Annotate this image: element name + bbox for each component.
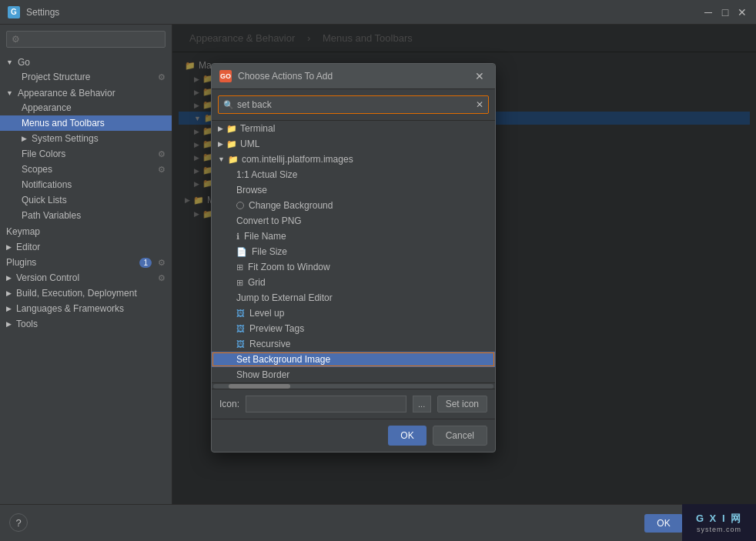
modal-cancel-button[interactable]: Cancel bbox=[433, 426, 487, 446]
sidebar: ▼ Go Project Structure ⚙ ▼ Appearance & … bbox=[0, 25, 172, 504]
terminal-group[interactable]: ▶ 📁 Terminal bbox=[212, 121, 495, 136]
uml-group[interactable]: ▶ 📁 UML bbox=[212, 136, 495, 152]
sidebar-item-version-control-label: Version Control bbox=[16, 272, 79, 283]
sidebar-item-scopes[interactable]: Scopes ⚙ bbox=[0, 162, 172, 177]
sidebar-item-languages-frameworks[interactable]: ▶ Languages & Frameworks bbox=[0, 300, 172, 316]
icon-path-input[interactable] bbox=[246, 396, 406, 412]
platform-images-group[interactable]: ▼ 📁 com.intellij.platform.images bbox=[212, 152, 495, 167]
actual-size-item[interactable]: 1:1 Actual Size bbox=[212, 167, 495, 182]
sidebar-item-languages-frameworks-label: Languages & Frameworks bbox=[16, 303, 124, 314]
sidebar-item-editor[interactable]: ▶ Editor bbox=[0, 239, 172, 254]
grid-label: Grid bbox=[248, 277, 266, 288]
file-colors-icon: ⚙ bbox=[158, 149, 166, 159]
plugins-badge: 1 bbox=[139, 258, 152, 268]
sidebar-item-appearance-behavior-label: Appearance & Behavior bbox=[18, 88, 115, 99]
sidebar-item-path-variables[interactable]: Path Variables bbox=[0, 208, 172, 223]
level-up-item[interactable]: 🖼 Level up bbox=[212, 306, 495, 321]
modal-icon-row: Icon: ... Set icon bbox=[212, 389, 495, 419]
sidebar-item-appearance[interactable]: Appearance bbox=[0, 100, 172, 115]
sidebar-item-quick-lists-label: Quick Lists bbox=[22, 195, 67, 205]
content-area: Appearance & Behavior › Menus and Toolba… bbox=[172, 25, 756, 504]
level-up-icon: 🖼 bbox=[236, 309, 245, 318]
main-layout: ▼ Go Project Structure ⚙ ▼ Appearance & … bbox=[0, 25, 756, 504]
help-button[interactable]: ? bbox=[9, 513, 28, 532]
title-bar: G Settings ─ □ ✕ bbox=[0, 0, 756, 25]
modal-search-input[interactable] bbox=[237, 98, 476, 112]
modal-ok-button[interactable]: OK bbox=[388, 426, 426, 446]
modal-title-text: Choose Actions To Add bbox=[238, 71, 472, 82]
show-border-item[interactable]: Show Border bbox=[212, 367, 495, 382]
jump-external-item[interactable]: Jump to External Editor bbox=[212, 290, 495, 306]
sidebar-item-keymap[interactable]: Keymap bbox=[0, 223, 172, 239]
preview-tags-label: Preview Tags bbox=[249, 323, 304, 334]
change-background-item[interactable]: Change Background bbox=[212, 198, 495, 213]
change-background-label: Change Background bbox=[249, 200, 333, 211]
icon-browse-button[interactable]: ... bbox=[413, 396, 431, 412]
browse-item[interactable]: Browse bbox=[212, 182, 495, 198]
watermark-text: G X I 网 bbox=[696, 512, 742, 526]
sidebar-item-plugins[interactable]: Plugins 1 ⚙ bbox=[0, 254, 172, 269]
ok-button[interactable]: OK bbox=[644, 514, 682, 533]
search-icon: 🔍 bbox=[223, 100, 234, 110]
window-controls: ─ □ ✕ bbox=[702, 6, 748, 18]
sidebar-item-menus-toolbars[interactable]: Menus and Toolbars bbox=[0, 115, 172, 131]
modal-scrollbar[interactable] bbox=[212, 382, 495, 389]
sidebar-item-build-execution-label: Build, Execution, Deployment bbox=[16, 288, 137, 299]
sidebar-item-notifications[interactable]: Notifications bbox=[0, 177, 172, 192]
level-up-label: Level up bbox=[249, 308, 284, 319]
convert-png-item[interactable]: Convert to PNG bbox=[212, 213, 495, 229]
sidebar-item-go[interactable]: ▼ Go bbox=[0, 54, 172, 69]
sidebar-item-project-structure-label: Project Structure bbox=[22, 72, 90, 82]
minimize-button[interactable]: ─ bbox=[702, 6, 714, 18]
preview-tags-icon: 🖼 bbox=[236, 324, 245, 333]
modal-overlay: GO Choose Actions To Add ✕ 🔍 ✕ ▶ bbox=[172, 25, 756, 504]
modal-close-button[interactable]: ✕ bbox=[472, 70, 487, 82]
file-name-icon: ℹ bbox=[236, 232, 239, 242]
sidebar-item-appearance-behavior[interactable]: ▼ Appearance & Behavior bbox=[0, 85, 172, 100]
sidebar-item-path-variables-label: Path Variables bbox=[22, 210, 81, 221]
recursive-item[interactable]: 🖼 Recursive bbox=[212, 336, 495, 352]
file-size-item[interactable]: 📄 File Size bbox=[212, 244, 495, 259]
fit-zoom-icon: ⊞ bbox=[236, 262, 243, 272]
set-background-item[interactable]: Set Background Image bbox=[212, 352, 495, 367]
show-border-label: Show Border bbox=[236, 369, 289, 380]
close-button[interactable]: ✕ bbox=[736, 6, 748, 18]
version-control-icon: ⚙ bbox=[158, 273, 166, 283]
fit-zoom-item[interactable]: ⊞ Fit Zoom to Window bbox=[212, 259, 495, 275]
sidebar-item-version-control[interactable]: ▶ Version Control ⚙ bbox=[0, 269, 172, 285]
terminal-group-label: Terminal bbox=[240, 123, 275, 134]
file-size-label: File Size bbox=[252, 246, 287, 257]
uml-group-label: UML bbox=[240, 139, 259, 149]
file-name-item[interactable]: ℹ File Name bbox=[212, 229, 495, 244]
sidebar-item-tools[interactable]: ▶ Tools bbox=[0, 316, 172, 331]
grid-icon: ⊞ bbox=[236, 278, 243, 288]
preview-tags-item[interactable]: 🖼 Preview Tags bbox=[212, 321, 495, 336]
sidebar-item-build-execution[interactable]: ▶ Build, Execution, Deployment bbox=[0, 285, 172, 300]
sidebar-item-quick-lists[interactable]: Quick Lists bbox=[0, 192, 172, 208]
sidebar-item-file-colors[interactable]: File Colors ⚙ bbox=[0, 146, 172, 162]
sidebar-search-area bbox=[0, 25, 172, 54]
sidebar-item-file-colors-label: File Colors bbox=[22, 149, 65, 159]
build-execution-arrow: ▶ bbox=[6, 289, 12, 297]
set-background-label: Set Background Image bbox=[236, 354, 330, 365]
sidebar-item-tools-label: Tools bbox=[16, 319, 38, 329]
sidebar-item-system-settings[interactable]: ▶ System Settings bbox=[0, 131, 172, 146]
go-arrow: ▼ bbox=[6, 58, 13, 66]
platform-images-label: com.intellij.platform.images bbox=[242, 154, 353, 165]
tools-arrow: ▶ bbox=[6, 320, 12, 328]
file-name-label: File Name bbox=[244, 231, 286, 242]
modal-search-clear-button[interactable]: ✕ bbox=[476, 99, 483, 110]
maximize-button[interactable]: □ bbox=[719, 6, 731, 18]
sidebar-search-input[interactable] bbox=[6, 31, 166, 48]
scrollbar-thumb[interactable] bbox=[229, 384, 290, 389]
modal-title-bar: GO Choose Actions To Add ✕ bbox=[212, 64, 495, 89]
modal-buttons-row: OK Cancel bbox=[212, 419, 495, 452]
recursive-icon: 🖼 bbox=[236, 339, 245, 349]
grid-item[interactable]: ⊞ Grid bbox=[212, 275, 495, 290]
actual-size-label: 1:1 Actual Size bbox=[236, 169, 297, 180]
modal-actions-list: ▶ 📁 Terminal ▶ 📁 UML ▼ 📁 com.intellij.pl… bbox=[212, 121, 495, 382]
sidebar-item-project-structure[interactable]: Project Structure ⚙ bbox=[0, 69, 172, 85]
plugins-settings-icon: ⚙ bbox=[158, 258, 166, 268]
set-icon-button[interactable]: Set icon bbox=[437, 396, 487, 412]
change-background-circle-icon bbox=[236, 202, 244, 209]
